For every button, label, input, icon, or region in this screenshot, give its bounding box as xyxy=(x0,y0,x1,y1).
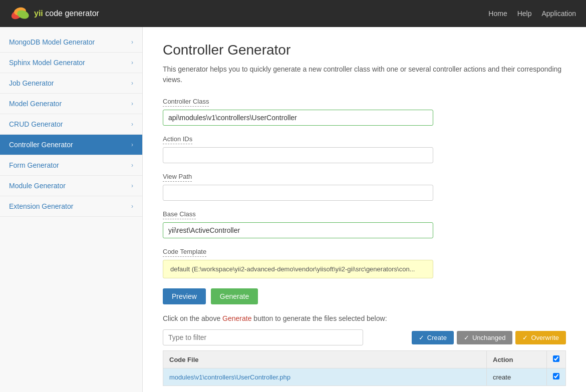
page-description: This generator helps you to quickly gene… xyxy=(163,64,566,85)
action-ids-label: Action IDs xyxy=(163,135,192,144)
view-path-input[interactable] xyxy=(163,185,433,201)
file-path: modules\v1\controllers\UserController.ph… xyxy=(163,368,487,386)
action-buttons: Preview Generate xyxy=(163,288,566,304)
logo-area: yii code generator xyxy=(10,4,99,24)
controller-class-group: Controller Class xyxy=(163,97,566,126)
code-template-label: Code Template xyxy=(163,248,206,257)
select-all-checkbox[interactable] xyxy=(553,355,559,362)
sidebar-item-form-generator[interactable]: Form Generator › xyxy=(0,155,142,176)
code-template-value[interactable]: default (E:\workspace\yii2-advanced-demo… xyxy=(163,260,433,278)
generate-instruction: Click on the above Generate button to ge… xyxy=(163,314,566,322)
check-icon: ✓ xyxy=(419,334,424,341)
controller-class-label: Controller Class xyxy=(163,98,209,107)
sidebar-item-job-generator[interactable]: Job Generator › xyxy=(0,73,142,94)
base-class-input[interactable] xyxy=(163,222,433,238)
nav-home[interactable]: Home xyxy=(488,10,507,18)
chevron-right-icon: › xyxy=(131,162,133,169)
main-nav: Home Help Application xyxy=(488,10,576,18)
view-path-group: View Path xyxy=(163,172,566,201)
chevron-right-icon: › xyxy=(131,141,133,148)
yii-logo-icon xyxy=(10,4,30,24)
generate-button[interactable]: Generate xyxy=(211,288,258,304)
sidebar-item-sphinx-model-generator[interactable]: Sphinx Model Generator › xyxy=(0,53,142,73)
badge-create[interactable]: ✓ Create xyxy=(412,331,454,344)
sidebar-item-extension-generator[interactable]: Extension Generator › xyxy=(0,196,142,217)
file-link[interactable]: modules\v1\controllers\UserController.ph… xyxy=(169,373,290,381)
chevron-right-icon: › xyxy=(131,100,133,107)
base-class-label: Base Class xyxy=(163,210,196,219)
chevron-right-icon: › xyxy=(131,59,133,66)
base-class-group: Base Class xyxy=(163,210,566,238)
chevron-right-icon: › xyxy=(131,182,133,189)
sidebar-item-model-generator[interactable]: Model Generator › xyxy=(0,94,142,114)
badge-group: ✓ Create ✓ Unchanged ✓ Overwrite xyxy=(412,331,566,344)
chevron-right-icon: › xyxy=(131,203,133,210)
preview-button[interactable]: Preview xyxy=(163,288,206,304)
view-path-label: View Path xyxy=(163,173,192,182)
col-select-all xyxy=(547,351,566,368)
file-action: create xyxy=(487,368,547,386)
controller-class-input[interactable] xyxy=(163,110,433,126)
header: yii code generator Home Help Application xyxy=(0,0,586,27)
file-checkbox-cell xyxy=(547,368,566,386)
table-row: modules\v1\controllers\UserController.ph… xyxy=(163,368,566,386)
sidebar-item-module-generator[interactable]: Module Generator › xyxy=(0,176,142,196)
col-code-file: Code File xyxy=(163,351,487,368)
check-icon: ✓ xyxy=(522,334,528,341)
col-action: Action xyxy=(487,351,547,368)
chevron-right-icon: › xyxy=(131,121,133,128)
badge-overwrite[interactable]: ✓ Overwrite xyxy=(515,331,566,344)
sidebar-item-mongodb-model-generator[interactable]: MongoDB Model Generator › xyxy=(0,32,142,53)
nav-application[interactable]: Application xyxy=(542,10,576,18)
file-table: Code File Action modules\v1\controllers\… xyxy=(163,350,566,386)
action-ids-input[interactable] xyxy=(163,147,433,163)
main-content: Controller Generator This generator help… xyxy=(143,27,586,392)
chevron-right-icon: › xyxy=(131,80,133,87)
filter-row: ✓ Create ✓ Unchanged ✓ Overwrite xyxy=(163,329,566,345)
layout: MongoDB Model Generator › Sphinx Model G… xyxy=(0,27,586,392)
sidebar-item-controller-generator[interactable]: Controller Generator › xyxy=(0,135,142,155)
file-checkbox[interactable] xyxy=(553,373,559,379)
filter-input[interactable] xyxy=(163,329,363,345)
chevron-right-icon: › xyxy=(131,39,133,46)
page-title: Controller Generator xyxy=(163,42,566,58)
badge-unchanged[interactable]: ✓ Unchanged xyxy=(457,331,513,344)
nav-help[interactable]: Help xyxy=(517,10,532,18)
logo-text: yii code generator xyxy=(34,9,99,18)
generate-word: Generate xyxy=(222,314,251,322)
sidebar: MongoDB Model Generator › Sphinx Model G… xyxy=(0,27,143,392)
action-ids-group: Action IDs xyxy=(163,135,566,163)
check-icon: ✓ xyxy=(464,334,469,341)
code-template-group: Code Template default (E:\workspace\yii2… xyxy=(163,247,566,278)
sidebar-item-crud-generator[interactable]: CRUD Generator › xyxy=(0,114,142,135)
